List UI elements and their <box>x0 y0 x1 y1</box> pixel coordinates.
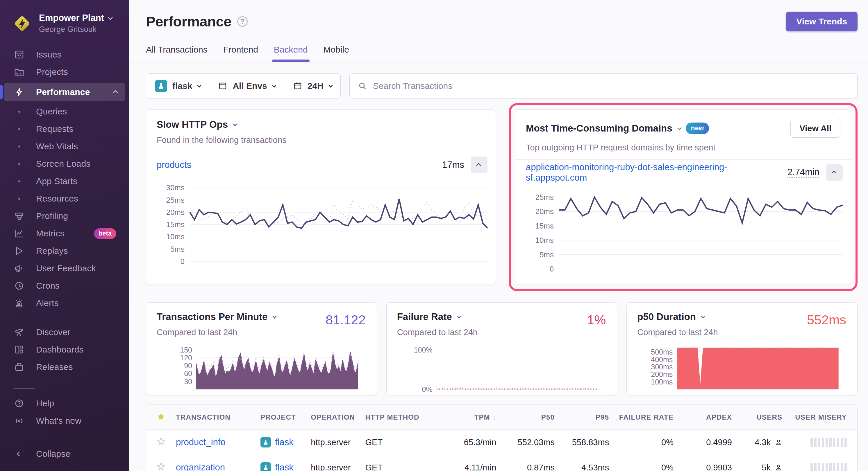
col-user-misery[interactable]: USER MISERY <box>782 413 847 422</box>
slow-http-ops-subtitle: Found in the following transactions <box>157 135 485 145</box>
sidebar-item-whats-new[interactable]: What's new <box>4 412 123 429</box>
user-icon <box>775 438 782 446</box>
project-cell[interactable]: flask <box>260 437 311 447</box>
view-all-button[interactable]: View All <box>790 119 840 138</box>
transaction-link[interactable]: organization <box>176 462 260 471</box>
col-operation[interactable]: OPERATION <box>311 413 365 422</box>
p50-subtitle: Compared to last 24h <box>637 328 847 337</box>
tpm-title[interactable]: Transactions Per Minute <box>157 311 268 322</box>
releases-icon <box>13 362 26 372</box>
products-duration: 17ms <box>442 160 464 170</box>
user-misery-score <box>782 463 847 471</box>
domain-time-spent[interactable]: 2.74min <box>787 167 819 178</box>
most-time-consuming-domains-card: Most Time-Consuming Domains new View All… <box>515 109 851 285</box>
col-project[interactable]: PROJECT <box>260 413 311 422</box>
table-row: product_info flask http.server GET 65.3/… <box>146 430 857 455</box>
domain-link[interactable]: application-monitoring-ruby-dot-sales-en… <box>526 162 787 183</box>
search-transactions <box>349 73 858 98</box>
p50-cell: 552.03ms <box>496 438 555 447</box>
sidebar-item-resources[interactable]: Resources <box>4 190 123 207</box>
collapse-row-button[interactable] <box>471 157 488 173</box>
sidebar-item-dashboards[interactable]: Dashboards <box>4 341 123 358</box>
sidebar-footer: Help What's new Collapse <box>0 380 129 471</box>
tab-backend[interactable]: Backend <box>274 45 308 62</box>
sidebar-item-app-starts[interactable]: App Starts <box>4 173 123 190</box>
expand-row-button[interactable] <box>471 282 488 285</box>
sidebar-item-user-feedback[interactable]: User Feedback <box>4 260 123 277</box>
favorite-star-button[interactable] <box>157 437 176 448</box>
window-icon <box>218 81 227 91</box>
main-content: Performance ? View Trends All Transactio… <box>129 0 868 471</box>
col-p50[interactable]: P50 <box>496 413 555 422</box>
bullet-icon <box>13 145 26 147</box>
slow-http-ops-title[interactable]: Slow HTTP Ops <box>157 119 228 130</box>
org-switcher[interactable]: Empower Plant George Gritsouk <box>13 13 122 34</box>
chevron-up-icon <box>113 90 118 95</box>
chevron-down-icon <box>677 126 681 130</box>
favorite-star-button[interactable] <box>157 462 176 471</box>
sidebar-item-profiling[interactable]: Profiling <box>4 208 123 225</box>
col-tpm[interactable]: TPM↓ <box>434 413 496 422</box>
p50-title[interactable]: p50 Duration <box>637 311 696 322</box>
performance-icon <box>13 87 26 97</box>
sidebar-item-projects[interactable]: Projects <box>4 64 123 80</box>
operation-cell: http.server <box>311 463 365 471</box>
issues-icon <box>13 49 26 60</box>
sidebar-item-metrics[interactable]: Metrics beta <box>4 225 123 242</box>
sidebar-item-screen-loads[interactable]: Screen Loads <box>4 155 123 172</box>
new-badge: new <box>686 123 709 134</box>
col-apdex[interactable]: APDEX <box>674 413 732 422</box>
active-indicator <box>0 85 3 99</box>
tab-frontend[interactable]: Frontend <box>223 45 258 62</box>
sidebar-item-replays[interactable]: Replays <box>4 242 123 259</box>
star-column-header[interactable] <box>157 412 176 422</box>
projects-icon <box>13 67 26 77</box>
tpm-chart: 150120906030 <box>157 346 366 390</box>
products-link[interactable]: products <box>157 160 191 170</box>
search-input[interactable] <box>373 81 849 91</box>
tab-all-transactions[interactable]: All Transactions <box>146 45 208 62</box>
domains-subtitle: Top outgoing HTTP request domains by tim… <box>526 143 840 153</box>
sidebar-item-help[interactable]: Help <box>4 395 123 412</box>
sidebar-item-web-vitals[interactable]: Web Vitals <box>4 138 123 155</box>
project-cell[interactable]: flask <box>260 462 311 471</box>
sidebar-collapse-button[interactable]: Collapse <box>4 445 123 462</box>
failure-rate-value: 1% <box>587 312 606 328</box>
org-logo-icon <box>13 14 31 33</box>
tpm-subtitle: Compared to last 24h <box>157 328 366 337</box>
transaction-link[interactable]: product_info <box>176 437 260 447</box>
help-tooltip-icon[interactable]: ? <box>237 16 248 27</box>
sidebar-item-issues[interactable]: Issues <box>4 46 123 63</box>
col-transaction[interactable]: TRANSACTION <box>176 413 260 422</box>
tab-mobile[interactable]: Mobile <box>323 45 349 62</box>
col-http-method[interactable]: HTTP METHOD <box>365 413 434 422</box>
domains-title[interactable]: Most Time-Consuming Domains <box>526 123 672 134</box>
failure-rate-title[interactable]: Failure Rate <box>397 311 452 322</box>
project-filter[interactable]: flask <box>146 74 209 98</box>
sidebar-item-performance[interactable]: Performance <box>4 83 125 101</box>
failure-rate-card: Failure Rate 1% Compared to last 24h 100… <box>386 302 617 395</box>
view-trends-button[interactable]: View Trends <box>786 12 858 31</box>
sidebar-item-discover[interactable]: Discover <box>4 324 123 341</box>
collapse-row-button[interactable] <box>826 164 843 181</box>
date-range-filter[interactable]: 24H <box>284 74 340 98</box>
app-root: Empower Plant George Gritsouk Issues Pro… <box>0 0 868 471</box>
sidebar-item-queries[interactable]: Queries <box>4 103 123 120</box>
apdex-cell: 0.9903 <box>674 463 732 471</box>
replays-icon <box>13 246 26 256</box>
slow-http-ops-chart: 30ms25ms20ms15ms10ms5ms0 <box>146 185 496 261</box>
failure-rate-subtitle: Compared to last 24h <box>397 328 607 337</box>
environment-filter[interactable]: All Envs <box>209 74 284 98</box>
col-p95[interactable]: P95 <box>555 413 609 422</box>
calendar-icon <box>293 81 302 91</box>
chevron-down-icon <box>272 83 276 88</box>
beta-badge: beta <box>94 228 116 239</box>
col-users[interactable]: USERS <box>732 413 782 422</box>
sidebar-item-requests[interactable]: Requests <box>4 121 123 137</box>
annotation-highlight: Most Time-Consuming Domains new View All… <box>509 103 858 291</box>
sidebar-item-releases[interactable]: Releases <box>4 359 123 375</box>
sidebar-item-crons[interactable]: Crons <box>4 277 123 294</box>
col-failure-rate[interactable]: FAILURE RATE <box>609 413 674 422</box>
sidebar-item-alerts[interactable]: Alerts <box>4 295 123 311</box>
tpm-cell: 4.11/min <box>434 463 496 471</box>
